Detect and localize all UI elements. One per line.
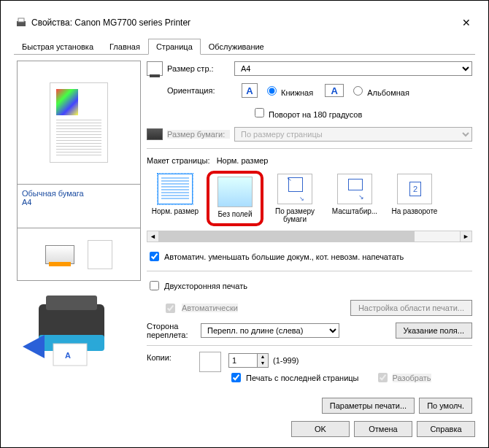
layout-scrollbar[interactable]: ◄ ► xyxy=(147,231,472,242)
landscape-radio[interactable] xyxy=(353,86,363,96)
auto-reduce-row: Автоматич. уменьшать большие докум., кот… xyxy=(147,250,472,263)
reverse-label: Печать с последней страницы xyxy=(246,374,359,382)
svg-rect-1 xyxy=(18,18,24,22)
landscape-icon: A xyxy=(325,84,344,97)
paper-size-label: A4 xyxy=(22,198,136,206)
layout-section: Макет страницы: Норм. размер Норм. разме… xyxy=(147,156,472,242)
auto-reduce-label: Автоматич. уменьшать большие докум., кот… xyxy=(164,252,404,261)
copies-row: Копии: ▲▼ (1-999) Печать с последней стр… xyxy=(147,353,472,387)
scroll-thumb[interactable] xyxy=(159,231,415,242)
close-button[interactable]: ✕ xyxy=(459,17,474,28)
media-preview xyxy=(17,228,141,281)
tab-page[interactable]: Страница xyxy=(148,39,201,55)
auto-reduce-checkbox[interactable] xyxy=(150,252,159,261)
layout-thumb-normal xyxy=(158,174,193,204)
layout-items: Норм. размер Без полей ↖↘ По размеру бум… xyxy=(147,168,472,229)
panel-buttons: Параметры печати... По умолч. xyxy=(147,398,472,414)
layout-thumb-fit: ↖↘ xyxy=(277,174,312,204)
page-size-row: Размер стр.: A4 xyxy=(147,61,472,77)
copies-label: Копии: xyxy=(147,353,196,362)
printer-small-icon xyxy=(147,128,163,140)
tab-maintenance[interactable]: Обслуживание xyxy=(201,39,272,55)
landscape-radio-label[interactable]: Альбомная xyxy=(350,84,409,97)
scroll-right[interactable]: ► xyxy=(460,231,471,242)
preview-info: Обычная бумага A4 xyxy=(17,185,141,228)
cancel-button[interactable]: Отмена xyxy=(354,421,412,437)
printer-icon xyxy=(15,17,27,28)
divider xyxy=(147,148,472,149)
scroll-track[interactable] xyxy=(159,231,460,242)
svg-rect-3 xyxy=(46,296,97,310)
layout-current: Норм. размер xyxy=(217,156,269,165)
defaults-button[interactable]: По умолч. xyxy=(419,398,472,414)
portrait-radio[interactable] xyxy=(267,86,277,96)
duplex-auto-checkbox xyxy=(166,304,175,313)
ok-button[interactable]: OK xyxy=(291,421,350,437)
svg-text:A: A xyxy=(65,351,71,360)
layout-item-spread[interactable]: 2 На развороте xyxy=(386,171,443,226)
page-size-icon xyxy=(147,61,163,76)
print-params-button[interactable]: Параметры печати... xyxy=(322,398,415,414)
layout-thumb-spread: 2 xyxy=(397,174,432,204)
paper-type-label: Обычная бумага xyxy=(22,189,136,198)
layout-item-normal[interactable]: Норм. размер xyxy=(147,171,204,226)
preview-gradient-icon xyxy=(56,89,78,115)
copies-down[interactable]: ▼ xyxy=(258,360,268,367)
collate-label: Разобрать xyxy=(393,374,431,382)
tab-main[interactable]: Главная xyxy=(101,39,148,55)
layout-item-borderless[interactable]: Без полей xyxy=(207,171,263,226)
window-title: Свойства: Canon MG7700 series Printer xyxy=(31,18,459,28)
layout-thumb-borderless xyxy=(217,177,253,207)
titlebar: Свойства: Canon MG7700 series Printer ✕ xyxy=(14,14,475,36)
layout-header: Макет страницы: Норм. размер xyxy=(147,156,472,165)
preview-lines xyxy=(56,120,101,156)
left-panel: Обычная бумага A4 A xyxy=(17,61,141,414)
duplex-checkbox[interactable] xyxy=(150,281,159,290)
paper-output-select: По размеру страницы xyxy=(234,127,472,142)
right-panel: Размер стр.: A4 Ориентация: A Книжная A … xyxy=(147,61,472,414)
dialog-footer: OK Отмена Справка xyxy=(291,421,475,437)
margin-button[interactable]: Указание поля... xyxy=(396,323,472,339)
portrait-icon: A xyxy=(242,83,258,98)
rotate-checkbox-label[interactable]: Поворот на 180 градусов xyxy=(252,106,362,120)
printer-illustration: A xyxy=(17,290,126,374)
paper-output-row: Размер бумаги: По размеру страницы xyxy=(147,126,472,142)
scroll-left[interactable]: ◄ xyxy=(147,231,159,242)
properties-dialog: Свойства: Canon MG7700 series Printer ✕ … xyxy=(0,0,489,448)
svg-marker-5 xyxy=(23,335,45,358)
page-size-label: Размер стр.: xyxy=(167,64,230,73)
copies-spinner[interactable]: ▲▼ xyxy=(228,353,269,368)
duplex-label: Двухсторонняя печать xyxy=(164,282,247,290)
rotate-row: Поворот на 180 градусов xyxy=(147,104,472,120)
print-area-button: Настройка области печати... xyxy=(350,300,472,316)
divider-3 xyxy=(147,345,472,346)
orientation-row: Ориентация: A Книжная A Альбомная xyxy=(147,82,472,99)
binding-label: Сторона переплета: xyxy=(147,322,196,339)
portrait-radio-label[interactable]: Книжная xyxy=(263,84,313,97)
binding-row: Сторона переплета: Перепл. по длине (сле… xyxy=(147,322,472,339)
layout-label: Макет страницы: xyxy=(147,156,209,165)
binding-select[interactable]: Перепл. по длине (слева) xyxy=(201,323,339,338)
copies-up[interactable]: ▲ xyxy=(258,354,268,360)
tab-quick-setup[interactable]: Быстрая установка xyxy=(14,39,101,55)
blank-page-icon xyxy=(88,240,112,269)
duplex-row: Двухсторонняя печать xyxy=(147,279,472,293)
copies-input[interactable] xyxy=(228,353,258,368)
duplex-auto-row: Автоматически Настройка области печати..… xyxy=(147,300,472,316)
copies-range: (1-999) xyxy=(273,356,299,365)
rotate-checkbox[interactable] xyxy=(255,108,264,117)
layout-item-scale[interactable]: ↘ Масштабир... xyxy=(326,171,383,226)
help-button[interactable]: Справка xyxy=(417,421,475,437)
collate-checkbox xyxy=(378,373,388,382)
duplex-auto-label: Автоматически xyxy=(182,304,238,312)
tab-bar: Быстрая установка Главная Страница Обслу… xyxy=(14,39,475,55)
tab-content: Обычная бумага A4 A Р xyxy=(14,55,475,420)
tray-icon xyxy=(45,245,74,264)
reverse-checkbox[interactable] xyxy=(231,373,241,382)
divider-2 xyxy=(147,271,472,271)
paper-output-label: Размер бумаги: xyxy=(167,130,230,139)
layout-item-fit[interactable]: ↖↘ По размеру бумаги xyxy=(266,171,323,226)
orientation-label: Ориентация: xyxy=(167,86,230,95)
preview-area xyxy=(17,61,141,185)
page-size-select[interactable]: A4 xyxy=(234,61,472,76)
